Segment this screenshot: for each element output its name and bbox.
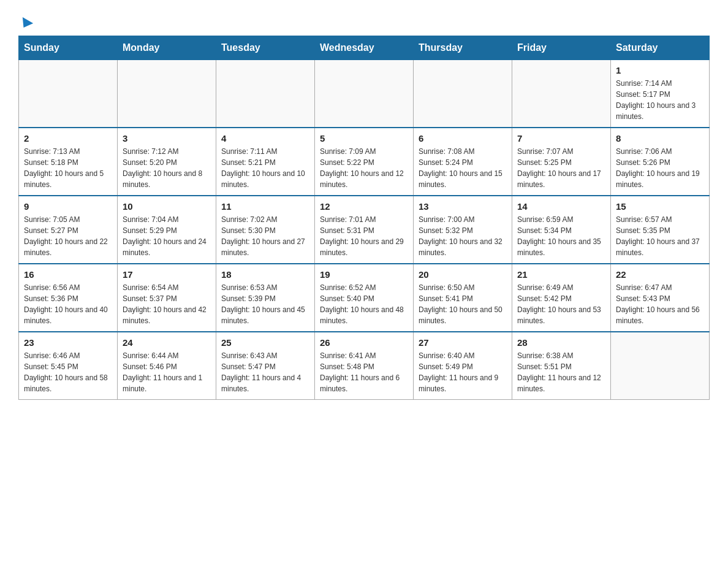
day-of-week-header: Tuesday: [216, 36, 315, 60]
day-info: Sunrise: 7:12 AM Sunset: 5:20 PM Dayligh…: [123, 146, 211, 190]
calendar-day-cell: 14Sunrise: 6:59 AM Sunset: 5:34 PM Dayli…: [512, 196, 611, 264]
calendar-day-cell: 1Sunrise: 7:14 AM Sunset: 5:17 PM Daylig…: [611, 60, 710, 128]
calendar-day-cell: 16Sunrise: 6:56 AM Sunset: 5:36 PM Dayli…: [19, 264, 118, 332]
day-info: Sunrise: 6:59 AM Sunset: 5:34 PM Dayligh…: [517, 214, 605, 258]
day-number: 11: [221, 201, 309, 212]
day-number: 26: [320, 337, 408, 348]
calendar-day-cell: 9Sunrise: 7:05 AM Sunset: 5:27 PM Daylig…: [19, 196, 118, 264]
day-number: 23: [24, 337, 112, 348]
calendar-day-cell: 27Sunrise: 6:40 AM Sunset: 5:49 PM Dayli…: [414, 332, 512, 400]
calendar-day-cell: [414, 60, 512, 128]
logo-triangle-icon: [18, 17, 33, 31]
calendar-day-cell: 4Sunrise: 7:11 AM Sunset: 5:21 PM Daylig…: [216, 128, 315, 196]
day-info: Sunrise: 7:09 AM Sunset: 5:22 PM Dayligh…: [320, 146, 408, 190]
day-info: Sunrise: 6:54 AM Sunset: 5:37 PM Dayligh…: [123, 282, 211, 326]
day-of-week-header: Friday: [512, 36, 611, 60]
day-info: Sunrise: 7:07 AM Sunset: 5:25 PM Dayligh…: [517, 146, 605, 190]
day-number: 25: [221, 337, 309, 348]
calendar-day-cell: 21Sunrise: 6:49 AM Sunset: 5:42 PM Dayli…: [512, 264, 611, 332]
calendar-day-cell: 10Sunrise: 7:04 AM Sunset: 5:29 PM Dayli…: [118, 196, 216, 264]
day-number: 6: [419, 133, 507, 144]
calendar-day-cell: 2Sunrise: 7:13 AM Sunset: 5:18 PM Daylig…: [19, 128, 118, 196]
calendar-day-cell: 8Sunrise: 7:06 AM Sunset: 5:26 PM Daylig…: [611, 128, 710, 196]
day-number: 9: [24, 201, 112, 212]
calendar-header-row: SundayMondayTuesdayWednesdayThursdayFrid…: [19, 36, 710, 60]
calendar-day-cell: [611, 332, 710, 400]
day-info: Sunrise: 6:38 AM Sunset: 5:51 PM Dayligh…: [517, 350, 605, 394]
day-info: Sunrise: 7:02 AM Sunset: 5:30 PM Dayligh…: [221, 214, 309, 258]
calendar-day-cell: 18Sunrise: 6:53 AM Sunset: 5:39 PM Dayli…: [216, 264, 315, 332]
day-info: Sunrise: 6:52 AM Sunset: 5:40 PM Dayligh…: [320, 282, 408, 326]
day-number: 7: [517, 133, 605, 144]
day-number: 13: [419, 201, 507, 212]
calendar-day-cell: 5Sunrise: 7:09 AM Sunset: 5:22 PM Daylig…: [315, 128, 414, 196]
day-number: 17: [123, 269, 211, 280]
day-info: Sunrise: 7:04 AM Sunset: 5:29 PM Dayligh…: [123, 214, 211, 258]
calendar-day-cell: 19Sunrise: 6:52 AM Sunset: 5:40 PM Dayli…: [315, 264, 414, 332]
calendar-day-cell: 28Sunrise: 6:38 AM Sunset: 5:51 PM Dayli…: [512, 332, 611, 400]
calendar-day-cell: 11Sunrise: 7:02 AM Sunset: 5:30 PM Dayli…: [216, 196, 315, 264]
day-info: Sunrise: 6:43 AM Sunset: 5:47 PM Dayligh…: [221, 350, 309, 394]
day-number: 5: [320, 133, 408, 144]
day-number: 3: [123, 133, 211, 144]
day-info: Sunrise: 6:49 AM Sunset: 5:42 PM Dayligh…: [517, 282, 605, 326]
day-number: 10: [123, 201, 211, 212]
day-of-week-header: Saturday: [611, 36, 710, 60]
calendar-day-cell: 23Sunrise: 6:46 AM Sunset: 5:45 PM Dayli…: [19, 332, 118, 400]
day-info: Sunrise: 6:57 AM Sunset: 5:35 PM Dayligh…: [616, 214, 704, 258]
calendar-week-row: 1Sunrise: 7:14 AM Sunset: 5:17 PM Daylig…: [19, 60, 710, 128]
day-number: 28: [517, 337, 605, 348]
day-of-week-header: Wednesday: [315, 36, 414, 60]
calendar-day-cell: 26Sunrise: 6:41 AM Sunset: 5:48 PM Dayli…: [315, 332, 414, 400]
day-info: Sunrise: 7:11 AM Sunset: 5:21 PM Dayligh…: [221, 146, 309, 190]
calendar-week-row: 2Sunrise: 7:13 AM Sunset: 5:18 PM Daylig…: [19, 128, 710, 196]
day-info: Sunrise: 6:53 AM Sunset: 5:39 PM Dayligh…: [221, 282, 309, 326]
calendar-day-cell: 20Sunrise: 6:50 AM Sunset: 5:41 PM Dayli…: [414, 264, 512, 332]
day-info: Sunrise: 7:14 AM Sunset: 5:17 PM Dayligh…: [616, 78, 704, 122]
calendar-day-cell: 7Sunrise: 7:07 AM Sunset: 5:25 PM Daylig…: [512, 128, 611, 196]
day-info: Sunrise: 6:46 AM Sunset: 5:45 PM Dayligh…: [24, 350, 112, 394]
day-info: Sunrise: 6:47 AM Sunset: 5:43 PM Dayligh…: [616, 282, 704, 326]
day-of-week-header: Monday: [118, 36, 216, 60]
calendar-day-cell: 6Sunrise: 7:08 AM Sunset: 5:24 PM Daylig…: [414, 128, 512, 196]
day-number: 21: [517, 269, 605, 280]
calendar-day-cell: 17Sunrise: 6:54 AM Sunset: 5:37 PM Dayli…: [118, 264, 216, 332]
day-number: 20: [419, 269, 507, 280]
calendar-day-cell: 25Sunrise: 6:43 AM Sunset: 5:47 PM Dayli…: [216, 332, 315, 400]
day-number: 12: [320, 201, 408, 212]
calendar-day-cell: 12Sunrise: 7:01 AM Sunset: 5:31 PM Dayli…: [315, 196, 414, 264]
day-info: Sunrise: 7:05 AM Sunset: 5:27 PM Dayligh…: [24, 214, 112, 258]
day-of-week-header: Thursday: [414, 36, 512, 60]
day-info: Sunrise: 6:50 AM Sunset: 5:41 PM Dayligh…: [419, 282, 507, 326]
day-number: 19: [320, 269, 408, 280]
day-number: 16: [24, 269, 112, 280]
calendar-day-cell: [315, 60, 414, 128]
day-number: 8: [616, 133, 704, 144]
calendar-week-row: 23Sunrise: 6:46 AM Sunset: 5:45 PM Dayli…: [19, 332, 710, 400]
day-number: 1: [616, 65, 704, 75]
calendar-day-cell: 22Sunrise: 6:47 AM Sunset: 5:43 PM Dayli…: [611, 264, 710, 332]
calendar-day-cell: [512, 60, 611, 128]
day-of-week-header: Sunday: [19, 36, 118, 60]
day-number: 4: [221, 133, 309, 144]
day-number: 27: [419, 337, 507, 348]
day-info: Sunrise: 7:13 AM Sunset: 5:18 PM Dayligh…: [24, 146, 112, 190]
calendar-table: SundayMondayTuesdayWednesdayThursdayFrid…: [18, 36, 710, 400]
day-info: Sunrise: 6:40 AM Sunset: 5:49 PM Dayligh…: [419, 350, 507, 394]
calendar-week-row: 9Sunrise: 7:05 AM Sunset: 5:27 PM Daylig…: [19, 196, 710, 264]
calendar-day-cell: 15Sunrise: 6:57 AM Sunset: 5:35 PM Dayli…: [611, 196, 710, 264]
day-info: Sunrise: 7:06 AM Sunset: 5:26 PM Dayligh…: [616, 146, 704, 190]
day-number: 2: [24, 133, 112, 144]
calendar-day-cell: [19, 60, 118, 128]
day-info: Sunrise: 7:00 AM Sunset: 5:32 PM Dayligh…: [419, 214, 507, 258]
day-info: Sunrise: 6:41 AM Sunset: 5:48 PM Dayligh…: [320, 350, 408, 394]
calendar-day-cell: [118, 60, 216, 128]
day-info: Sunrise: 6:44 AM Sunset: 5:46 PM Dayligh…: [123, 350, 211, 394]
calendar-day-cell: 3Sunrise: 7:12 AM Sunset: 5:20 PM Daylig…: [118, 128, 216, 196]
page-header: [18, 12, 710, 29]
calendar-day-cell: 24Sunrise: 6:44 AM Sunset: 5:46 PM Dayli…: [118, 332, 216, 400]
calendar-week-row: 16Sunrise: 6:56 AM Sunset: 5:36 PM Dayli…: [19, 264, 710, 332]
day-info: Sunrise: 7:01 AM Sunset: 5:31 PM Dayligh…: [320, 214, 408, 258]
day-info: Sunrise: 7:08 AM Sunset: 5:24 PM Dayligh…: [419, 146, 507, 190]
day-number: 18: [221, 269, 309, 280]
